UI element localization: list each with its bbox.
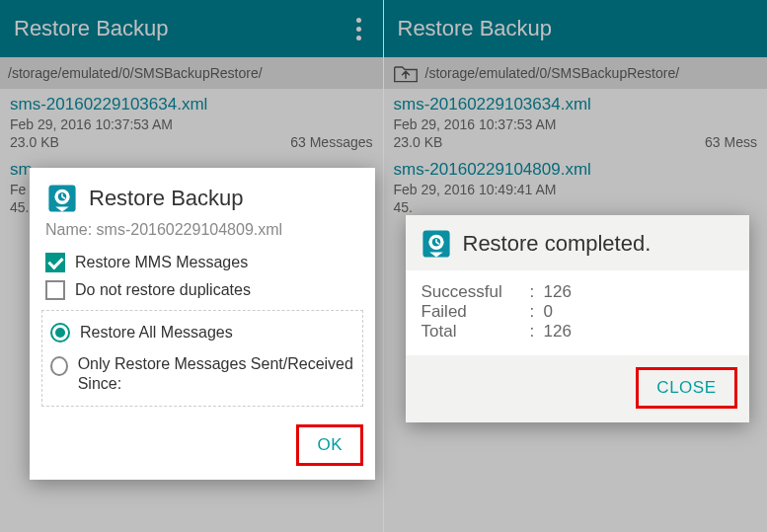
restore-complete-dialog: Restore completed. Successful : 126 Fail… bbox=[406, 215, 749, 422]
screen-left: Restore Backup /storage/emulated/0/SMSBa… bbox=[0, 0, 384, 532]
stat-failed-value: 0 bbox=[544, 302, 553, 322]
radio-icon bbox=[50, 323, 70, 342]
checkbox-icon bbox=[45, 253, 65, 272]
dialog-title: Restore completed. bbox=[463, 231, 652, 257]
restore-stats: Successful : 126 Failed : 0 Total : 126 bbox=[406, 270, 749, 355]
checkbox-label: Restore MMS Messages bbox=[75, 254, 248, 271]
stat-success-label: Successful bbox=[422, 282, 530, 302]
stat-success-value: 126 bbox=[544, 282, 572, 302]
app-icon bbox=[420, 227, 453, 261]
dialog-title: Restore Backup bbox=[89, 186, 244, 211]
stat-total-label: Total bbox=[422, 322, 530, 342]
ok-button[interactable]: OK bbox=[296, 424, 363, 466]
app-icon bbox=[45, 182, 79, 215]
checkbox-label: Do not restore duplicates bbox=[75, 281, 251, 299]
radio-label: Restore All Messages bbox=[80, 323, 233, 342]
close-button[interactable]: CLOSE bbox=[636, 367, 736, 409]
restore-mms-checkbox-row[interactable]: Restore MMS Messages bbox=[30, 249, 375, 276]
restore-scope-radiogroup: Restore All Messages Only Restore Messag… bbox=[41, 310, 363, 407]
checkbox-icon bbox=[45, 280, 65, 300]
no-duplicates-checkbox-row[interactable]: Do not restore duplicates bbox=[30, 276, 375, 304]
restore-since-radio-row[interactable]: Only Restore Messages Sent/Received Sinc… bbox=[46, 348, 358, 400]
radio-icon bbox=[50, 356, 68, 376]
radio-label: Only Restore Messages Sent/Received Sinc… bbox=[78, 354, 354, 394]
screen-right: Restore Backup /storage/emulated/0/SMSBa… bbox=[384, 0, 768, 532]
dialog-filename: Name: sms-20160229104809.xml bbox=[30, 221, 375, 249]
stat-total-value: 126 bbox=[544, 322, 572, 342]
restore-all-radio-row[interactable]: Restore All Messages bbox=[46, 317, 358, 348]
stat-failed-label: Failed bbox=[422, 302, 530, 322]
restore-options-dialog: Restore Backup Name: sms-20160229104809.… bbox=[30, 168, 375, 480]
